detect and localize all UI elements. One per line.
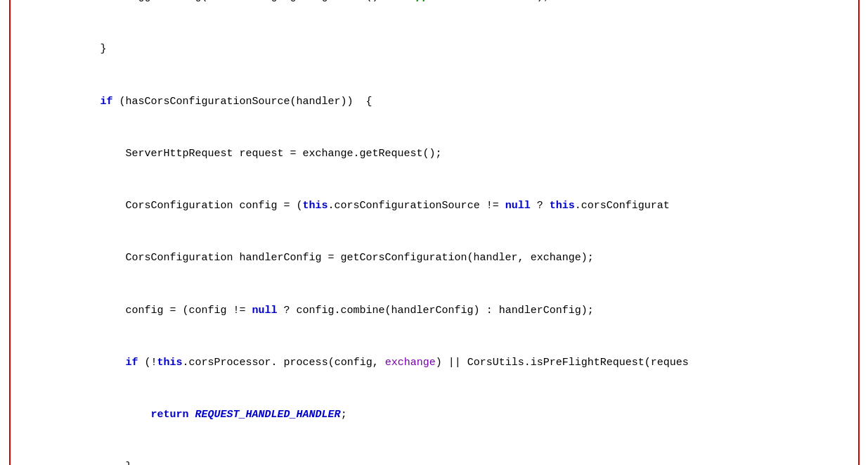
code-line-6: } (25, 24, 844, 76)
o-param: O: (214, 0, 227, 3)
code-line-5: logger.debug( O: exchange.getLogPrefix()… (25, 0, 844, 24)
keyword-this3: this (157, 357, 183, 369)
keyword-this1: this (303, 200, 328, 212)
code-viewer: @Override public Mono<Object> getHandler… (9, 0, 860, 465)
keyword-return2: return (151, 409, 189, 421)
code-line-8: ServerHttpRequest request = exchange.get… (25, 128, 844, 180)
code-line-12: if (!this.corsProcessor. process(config,… (25, 337, 844, 389)
keyword-this2: this (550, 200, 575, 212)
code-line-14: } (25, 442, 844, 466)
keyword-null1: null (505, 200, 531, 212)
constant-request-handled: REQUEST_HANDLED_HANDLER (195, 409, 341, 421)
keyword-null2: null (252, 305, 278, 317)
keyword-if3: if (126, 357, 138, 369)
code-line-13: return REQUEST_HANDLED_HANDLER; (25, 389, 844, 441)
param-exchange: exchange (385, 357, 436, 369)
string-mapped-to: "Mapped to " (398, 0, 474, 3)
keyword-if2: if (101, 96, 113, 108)
code-line-7: if (hasCorsConfigurationSource(handler))… (25, 76, 844, 128)
code-line-11: config = (config != null ? config.combin… (25, 285, 844, 337)
code-line-10: CorsConfiguration handlerConfig = getCor… (25, 233, 844, 285)
code-line-9: CorsConfiguration config = (this.corsCon… (25, 180, 844, 232)
